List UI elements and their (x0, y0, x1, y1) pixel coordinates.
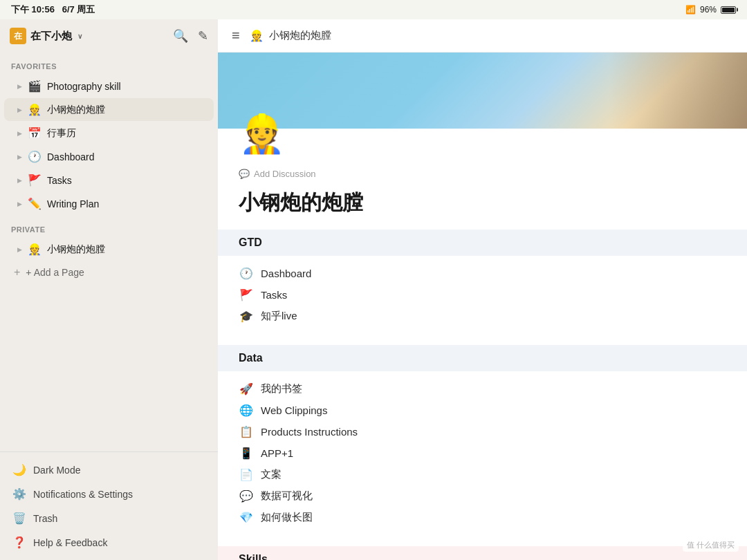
sidebar-actions: 🔍 ✎ (173, 28, 208, 44)
section-item-zhihulive[interactable]: 🎓 知乎live (239, 306, 726, 327)
comment-icon: 💬 (239, 169, 250, 179)
section-item-bookmarks[interactable]: 🚀 我的书签 (239, 378, 726, 400)
expand-icon: ▶ (14, 198, 25, 209)
sidebar-bottom: 🌙 Dark Mode ⚙️ Notifications & Settings … (0, 451, 218, 560)
item-icon: 📅 (28, 127, 42, 140)
item-label: Photography skill (47, 81, 191, 92)
expand-icon: ▶ (14, 104, 25, 115)
longimage-label: 如何做长图 (261, 511, 313, 524)
add-icon[interactable]: + (202, 245, 207, 254)
edit-icon[interactable]: ✎ (198, 28, 208, 44)
expand-icon: ▶ (14, 175, 25, 186)
copy-label: 文案 (261, 468, 282, 481)
sidebar-item-private-paotang[interactable]: ▶ 👷 小钢炮的炮膛 ··· + (4, 238, 214, 261)
section-item-app[interactable]: 📱 APP+1 (239, 442, 726, 464)
page-title-area: 小钢炮的炮膛 (218, 185, 747, 230)
status-indicators: 📶 96% (685, 5, 736, 15)
add-icon[interactable]: + (202, 176, 207, 185)
section-item-copywriting[interactable]: 📄 文案 (239, 464, 726, 485)
item-icon: 🕐 (28, 150, 42, 163)
item-icon: 👷 (28, 243, 42, 256)
more-icon[interactable]: ··· (191, 152, 198, 162)
web-icon: 🌐 (239, 404, 254, 417)
sidebar-item-photography[interactable]: ▶ 🎬 Photography skill ··· + (4, 75, 214, 97)
expand-icon: ▶ (14, 151, 25, 162)
dashboard-label: Dashboard (261, 268, 311, 279)
page-avatar: 👷 (239, 115, 287, 163)
item-label: Writing Plan (47, 198, 191, 209)
products-label: Products Instructions (261, 426, 358, 438)
more-icon[interactable]: ··· (191, 245, 198, 254)
app-container: 在 在下小炮 ∨ 🔍 ✎ FAVORITES ▶ 🎬 Photography s… (0, 19, 747, 560)
add-icon[interactable]: + (202, 199, 207, 209)
section-item-dashboard[interactable]: 🕐 Dashboard (239, 263, 726, 284)
expand-icon: ▶ (14, 128, 25, 139)
wifi-icon: 📶 (685, 5, 696, 15)
zhihu-icon: 🎓 (239, 310, 254, 323)
more-icon[interactable]: ··· (191, 129, 198, 138)
workspace-name: 在下小炮 (30, 30, 72, 43)
date-display: 6/7 周五 (62, 4, 95, 15)
add-discussion-button[interactable]: 💬 Add Discussion (218, 163, 747, 185)
sidebar-item-paotang[interactable]: ▶ 👷 小钢炮的炮膛 ··· + (4, 98, 214, 121)
battery-percent: 96% (700, 5, 717, 15)
more-icon[interactable]: ··· (191, 199, 198, 209)
toolbar-title: 👷 小钢炮的炮膛 (250, 29, 331, 42)
sidebar-item-dashboard[interactable]: ▶ 🕐 Dashboard ··· + (4, 145, 214, 168)
trash-button[interactable]: 🗑️ Trash (4, 506, 214, 530)
tasks-label: Tasks (261, 289, 287, 301)
spacer2 (218, 535, 747, 546)
sidebar-item-tasks[interactable]: ▶ 🚩 Tasks ··· + (4, 169, 214, 192)
status-bar: 下午 10:56 6/7 周五 📶 96% (0, 0, 747, 19)
add-icon[interactable]: + (202, 129, 207, 138)
workspace-selector[interactable]: 在 在下小炮 ∨ (10, 28, 82, 44)
workspace-icon: 在 (10, 28, 26, 44)
sidebar-header: 在 在下小炮 ∨ 🔍 ✎ (0, 19, 218, 53)
tasks-icon: 🚩 (239, 288, 254, 301)
search-icon[interactable]: 🔍 (173, 28, 188, 44)
item-label: Tasks (47, 175, 191, 186)
item-label: 行事历 (47, 127, 191, 140)
main-panel: ≡ 👷 小钢炮的炮膛 👷 💬 Add Discussion 小钢炮的炮膛 GTD (218, 19, 747, 560)
sidebar-item-calendar[interactable]: ▶ 📅 行事历 ··· + (4, 122, 214, 144)
section-item-longimage[interactable]: 💎 如何做长图 (239, 507, 726, 528)
watermark: 值 什么值得买 (683, 539, 739, 552)
sidebar-item-writing[interactable]: ▶ ✏️ Writing Plan ··· + (4, 192, 214, 215)
dark-mode-label: Dark Mode (33, 465, 80, 476)
hamburger-icon[interactable]: ≡ (232, 28, 240, 44)
more-icon[interactable]: ··· (191, 82, 198, 91)
notifications-label: Notifications & Settings (33, 489, 133, 500)
section-item-products[interactable]: 📋 Products Instructions (239, 421, 726, 442)
add-page-icon: + (14, 266, 20, 279)
more-icon[interactable]: ··· (191, 105, 198, 115)
section-item-webclippings[interactable]: 🌐 Web Clippings (239, 400, 726, 421)
page-main-title: 小钢炮的炮膛 (239, 189, 726, 216)
section-item-tasks[interactable]: 🚩 Tasks (239, 284, 726, 306)
trash-label: Trash (33, 513, 57, 524)
bookmarks-label: 我的书签 (261, 382, 302, 395)
dark-mode-button[interactable]: 🌙 Dark Mode (4, 458, 214, 482)
page-content: 👷 💬 Add Discussion 小钢炮的炮膛 GTD 🕐 Dashboar… (218, 53, 747, 560)
add-icon[interactable]: + (202, 105, 207, 115)
time-display: 下午 10:56 (11, 4, 55, 15)
add-page-label: + Add a Page (26, 267, 84, 278)
add-page-button[interactable]: + + Add a Page (4, 261, 214, 283)
bookmarks-icon: 🚀 (239, 382, 254, 395)
notifications-settings-button[interactable]: ⚙️ Notifications & Settings (4, 482, 214, 506)
trash-icon: 🗑️ (12, 512, 26, 525)
section-items-gtd: 🕐 Dashboard 🚩 Tasks 🎓 知乎live (218, 256, 747, 334)
section-item-datavis[interactable]: 💬 数据可视化 (239, 485, 726, 507)
add-icon[interactable]: + (202, 82, 207, 91)
toolbar: ≡ 👷 小钢炮的炮膛 (218, 19, 747, 53)
sidebar-scroll: FAVORITES ▶ 🎬 Photography skill ··· + ▶ … (0, 53, 218, 451)
item-icon: ✏️ (28, 197, 42, 210)
zhihu-label: 知乎live (261, 310, 297, 323)
help-button[interactable]: ❓ Help & Feedback (4, 530, 214, 554)
more-icon[interactable]: ··· (191, 176, 198, 185)
item-label: 小钢炮的炮膛 (47, 104, 191, 116)
add-icon[interactable]: + (202, 152, 207, 162)
item-icon: 🎬 (28, 80, 42, 93)
add-discussion-label: Add Discussion (254, 169, 316, 179)
datavis-icon: 💬 (239, 489, 254, 503)
app-label: APP+1 (261, 447, 293, 459)
